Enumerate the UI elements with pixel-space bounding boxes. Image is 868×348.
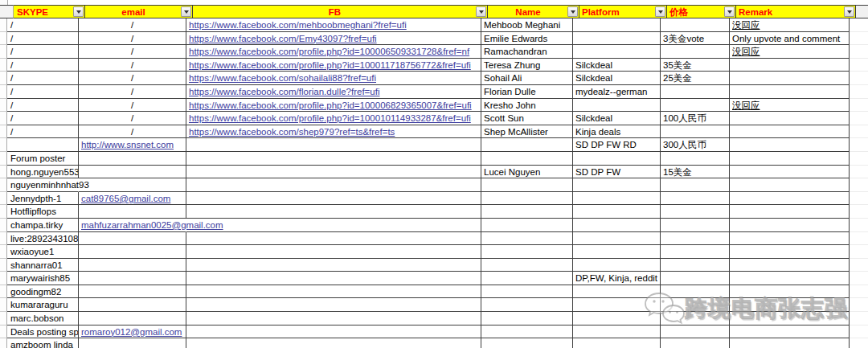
cell-skype[interactable]: / xyxy=(7,85,79,99)
cell-skype[interactable]: amzboom linda xyxy=(7,338,79,348)
cell-fb-link[interactable]: https://www.facebook.com/profile.php?id=… xyxy=(186,112,481,125)
cell-name[interactable] xyxy=(481,325,573,339)
cell-remark[interactable] xyxy=(730,219,850,232)
cell-platform[interactable] xyxy=(573,338,661,348)
row-number-cell[interactable] xyxy=(0,99,7,113)
cell-remark[interactable] xyxy=(730,245,850,259)
cell-platform[interactable] xyxy=(573,325,661,339)
cell-skype[interactable]: / xyxy=(7,72,79,85)
cell-remark[interactable]: 没回应 xyxy=(730,18,850,32)
cell-skype[interactable]: live:2892343108 xyxy=(7,232,79,246)
cell-platform[interactable] xyxy=(573,192,661,206)
row-number-cell[interactable] xyxy=(0,45,7,59)
cell-skype[interactable]: / xyxy=(7,59,79,72)
cell-platform[interactable] xyxy=(573,32,661,46)
cell-skype[interactable]: champa.tirky xyxy=(7,219,79,232)
cell-price[interactable] xyxy=(661,312,730,325)
cell-name[interactable]: Sohail Ali xyxy=(481,72,573,85)
cell-skype[interactable]: Deals posting spe xyxy=(7,325,79,339)
cell-remark[interactable] xyxy=(730,59,850,72)
cell-price[interactable] xyxy=(661,192,730,206)
cell-email[interactable]: cat89765@gmail.com xyxy=(79,192,186,206)
cell-fb-link[interactable] xyxy=(186,178,481,192)
cell-empty[interactable] xyxy=(850,245,868,259)
cell-platform[interactable] xyxy=(573,285,661,299)
row-number-cell[interactable] xyxy=(0,59,7,72)
cell-price[interactable] xyxy=(661,18,730,32)
cell-remark[interactable] xyxy=(730,285,850,299)
cell-price[interactable] xyxy=(661,178,730,192)
cell-email[interactable]: mahfuzarrahman0025@gmail.com xyxy=(79,219,186,232)
cell-empty[interactable] xyxy=(850,152,868,166)
cell-price[interactable] xyxy=(661,125,730,139)
cell-skype[interactable]: goodingm82 xyxy=(7,285,79,299)
cell-empty[interactable] xyxy=(850,112,868,125)
cell-remark[interactable]: Only upvote and comment xyxy=(730,32,850,46)
cell-price[interactable] xyxy=(661,85,730,99)
cell-email[interactable]: / xyxy=(79,99,186,113)
cell-skype[interactable]: / xyxy=(7,99,79,113)
row-number-cell[interactable] xyxy=(0,112,7,125)
cell-price[interactable] xyxy=(661,285,730,299)
column-header-platform[interactable]: Platform xyxy=(579,5,667,18)
cell-fb-link[interactable] xyxy=(186,245,481,259)
cell-empty[interactable] xyxy=(850,72,868,85)
cell-remark[interactable] xyxy=(730,232,850,246)
cell-email[interactable]: / xyxy=(79,59,186,72)
cell-email[interactable] xyxy=(79,245,186,259)
cell-skype[interactable]: Jennydpth-1 xyxy=(7,192,79,206)
cell-fb-link[interactable] xyxy=(186,272,481,285)
cell-name[interactable] xyxy=(481,232,573,246)
cell-skype[interactable]: marywairish85 xyxy=(7,272,79,285)
cell-empty[interactable] xyxy=(850,338,868,348)
cell-fb-link[interactable] xyxy=(186,152,481,166)
row-number-cell[interactable] xyxy=(0,232,7,246)
row-number-cell[interactable] xyxy=(0,272,7,285)
cell-skype[interactable]: nguyenminhnhat93 xyxy=(7,178,79,192)
cell-fb-link[interactable]: https://www.facebook.com/mehboobmeghani?… xyxy=(186,18,481,32)
cell-email[interactable]: / xyxy=(79,18,186,32)
cell-empty[interactable] xyxy=(850,192,868,206)
cell-skype[interactable]: kumararaguru xyxy=(7,298,79,312)
cell-name[interactable] xyxy=(481,312,573,325)
cell-empty[interactable] xyxy=(850,166,868,179)
cell-remark[interactable]: 没回应 xyxy=(730,99,850,113)
row-number-cell[interactable] xyxy=(0,285,7,299)
cell-skype[interactable]: hong.nguyen553 xyxy=(7,166,79,179)
row-number-cell[interactable] xyxy=(0,85,7,99)
cell-empty[interactable] xyxy=(850,325,868,339)
cell-empty[interactable] xyxy=(850,18,868,32)
cell-empty[interactable] xyxy=(850,298,868,312)
cell-fb-link[interactable] xyxy=(186,325,481,339)
cell-platform[interactable]: DP,FW, Kinja, reddit xyxy=(573,272,661,285)
cell-name[interactable]: Teresa Zhung xyxy=(481,59,573,72)
cell-remark[interactable] xyxy=(730,85,850,99)
cell-fb-link[interactable]: https://www.facebook.com/Emy43097?fref=u… xyxy=(186,32,481,46)
cell-email[interactable]: romaroy012@gmail.com xyxy=(79,325,186,339)
cell-email[interactable] xyxy=(79,178,186,192)
cell-name[interactable] xyxy=(481,285,573,299)
cell-remark[interactable] xyxy=(730,259,850,272)
cell-price[interactable] xyxy=(661,272,730,285)
cell-platform[interactable] xyxy=(573,245,661,259)
cell-email[interactable] xyxy=(79,205,186,219)
cell-name[interactable]: Lucei Nguyen xyxy=(481,166,573,179)
cell-name[interactable] xyxy=(481,205,573,219)
cell-platform[interactable]: Silckdeal xyxy=(573,72,661,85)
filter-button[interactable] xyxy=(655,6,665,17)
row-number-cell[interactable] xyxy=(0,219,7,232)
cell-empty[interactable] xyxy=(850,125,868,139)
row-number-cell[interactable] xyxy=(0,298,7,312)
cell-email[interactable] xyxy=(79,338,186,348)
row-number-cell[interactable] xyxy=(0,325,7,339)
cell-name[interactable]: Kresho John xyxy=(481,99,573,113)
cell-email[interactable]: / xyxy=(79,112,186,125)
cell-email[interactable] xyxy=(79,298,186,312)
cell-platform[interactable] xyxy=(573,99,661,113)
cell-empty[interactable] xyxy=(850,138,868,152)
cell-email[interactable]: / xyxy=(79,85,186,99)
cell-fb-link[interactable] xyxy=(186,232,481,246)
row-number-cell[interactable] xyxy=(0,32,7,46)
cell-price[interactable]: 300人民币 xyxy=(661,138,730,152)
cell-empty[interactable] xyxy=(850,285,868,299)
